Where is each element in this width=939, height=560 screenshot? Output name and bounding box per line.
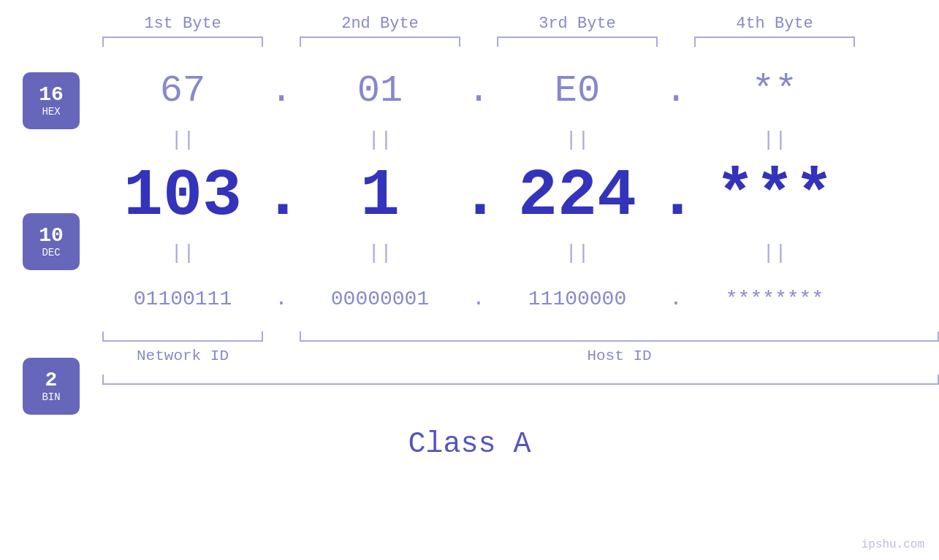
- byte4-header: 4th Byte: [694, 15, 855, 33]
- class-a-bracket: [102, 375, 939, 385]
- dec-b3: 224: [497, 164, 658, 229]
- class-a-label: Class A: [0, 428, 939, 461]
- eq2-b3: ||: [497, 242, 658, 264]
- eq2-b4: ||: [694, 242, 855, 264]
- eq2-b1: ||: [102, 242, 263, 264]
- bin-dot-2: .: [460, 288, 497, 310]
- dec-row: 103 . 1 . 224 . ***: [102, 156, 939, 237]
- dec-b2: 1: [300, 164, 460, 229]
- eq1-b4: ||: [694, 129, 855, 151]
- data-column: 67 . 01 . E0 . ** || || || || 103: [102, 47, 939, 422]
- host-id-label: Host ID: [300, 348, 939, 364]
- hex-dot-3: .: [658, 69, 694, 112]
- hex-b2: 01: [300, 69, 460, 112]
- dec-badge: 10 DEC: [23, 213, 80, 270]
- hex-badge: 16 HEX: [23, 72, 80, 129]
- network-id-label: Network ID: [102, 348, 263, 364]
- hex-dot-2: .: [460, 69, 497, 112]
- bin-b2: 00000001: [300, 288, 460, 310]
- id-labels: Network ID Host ID: [102, 348, 939, 364]
- bracket-byte3: [497, 37, 658, 47]
- byte2-header: 2nd Byte: [300, 15, 460, 33]
- hex-b4: **: [694, 69, 855, 112]
- badges-column: 16 HEX 10 DEC 2 BIN: [0, 47, 102, 422]
- host-id-bracket: [300, 331, 939, 342]
- bin-row: 01100111 . 00000001 . 11100000 . *******…: [102, 269, 939, 328]
- data-layout: 16 HEX 10 DEC 2 BIN 67 . 01 . E0 . **: [0, 47, 939, 422]
- eq2-b2: ||: [300, 242, 460, 264]
- eq1-b2: ||: [300, 129, 460, 151]
- bottom-brackets: [102, 331, 939, 342]
- byte3-header: 3rd Byte: [497, 15, 658, 33]
- equals-row-1: || || || ||: [102, 123, 939, 156]
- eq1-b3: ||: [497, 129, 658, 151]
- bracket-byte1: [102, 37, 263, 47]
- bin-dot-3: .: [658, 288, 694, 310]
- main-container: 1st Byte 2nd Byte 3rd Byte 4th Byte 16: [0, 0, 939, 560]
- dec-dot-2: .: [460, 159, 497, 234]
- bin-badge: 2 BIN: [23, 358, 80, 415]
- network-id-bracket: [102, 331, 263, 342]
- dec-b4: ***: [694, 164, 855, 229]
- bin-dot-1: .: [263, 288, 300, 310]
- dec-b1: 103: [102, 164, 263, 229]
- equals-row-2: || || || ||: [102, 237, 939, 269]
- hex-b3: E0: [497, 69, 658, 112]
- bracket-byte4: [694, 37, 855, 47]
- eq1-b1: ||: [102, 129, 263, 151]
- watermark: ipshu.com: [862, 538, 924, 551]
- bin-b3: 11100000: [497, 288, 658, 310]
- byte1-header: 1st Byte: [102, 15, 263, 33]
- hex-b1: 67: [102, 69, 263, 112]
- hex-dot-1: .: [263, 69, 300, 112]
- bin-b1: 01100111: [102, 288, 263, 310]
- dec-dot-3: .: [658, 159, 694, 234]
- bracket-byte2: [300, 37, 460, 47]
- dec-dot-1: .: [263, 159, 300, 234]
- hex-row: 67 . 01 . E0 . **: [102, 58, 939, 123]
- bin-b4: ********: [694, 288, 855, 310]
